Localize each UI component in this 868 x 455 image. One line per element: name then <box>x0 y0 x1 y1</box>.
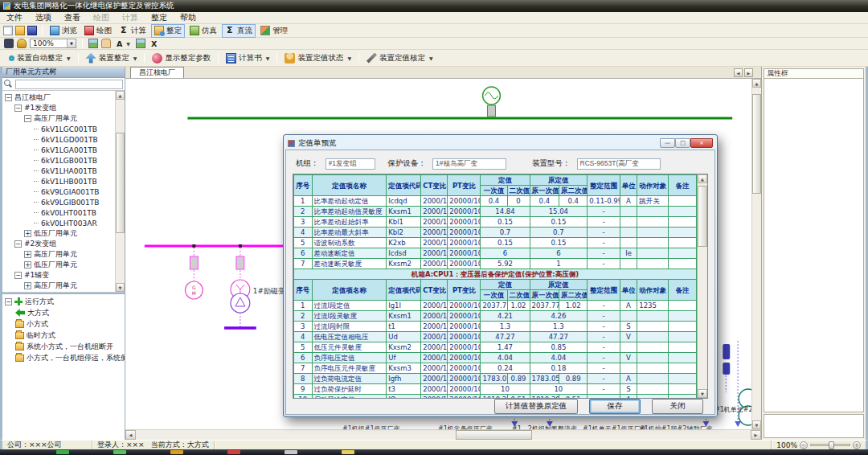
setting-toolbar-button-3[interactable]: 计算书▼ <box>221 52 274 64</box>
run-mode-item-3[interactable]: 系统小方式，一台机组断开 <box>2 341 125 352</box>
scrollbar-thumb[interactable] <box>698 186 707 248</box>
table-row[interactable]: 3比率差动起始斜率Kbl12000/120000/1000.150.15- <box>294 217 697 228</box>
table-row[interactable]: 10启动风冷定值IQ2000/120000/1001019.390.511019… <box>294 395 697 399</box>
pan-hand-icon[interactable] <box>101 39 111 48</box>
run-mode-item-1[interactable]: 小方式 <box>2 318 125 330</box>
tree-node[interactable]: 6kV1LHB001TB <box>2 176 115 187</box>
table-row[interactable]: 5低压元件灵敏度Kxsm22000/120000/1001.470.85- <box>294 342 697 353</box>
taskbar-item[interactable] <box>56 450 69 454</box>
scrollbar-thumb[interactable] <box>752 94 761 194</box>
table-row[interactable]: 6差动速断定值Icdsd2000/120000/10066-Ie <box>294 248 697 259</box>
run-mode-item-2[interactable]: 临时方式 <box>2 330 125 341</box>
menu-item-0[interactable]: 文件 <box>0 12 29 23</box>
image-icon[interactable] <box>136 39 145 48</box>
tree-node[interactable]: −#1发变组 <box>2 103 115 113</box>
table-row[interactable]: 5谐波制动系数K2xb2000/120000/1000.150.15- <box>294 238 697 248</box>
expander-icon[interactable]: + <box>24 230 31 237</box>
tree-node[interactable]: −#1辅变 <box>2 270 115 281</box>
tree-node[interactable]: 6kV0LHT001TB <box>2 207 115 218</box>
tree-node[interactable]: −#2发变组 <box>2 239 115 249</box>
setting-toolbar-button-2[interactable]: 显示整定参数 <box>147 52 215 64</box>
expander-icon[interactable]: − <box>14 240 22 248</box>
run-mode-root[interactable]: −运行方式 <box>2 296 125 307</box>
table-row[interactable]: 3过流I段时限t12000/120000/1001.31.3-S <box>294 322 697 332</box>
table-row[interactable]: 9过负荷保护延时t32000/120000/1001010-S <box>294 384 697 395</box>
zoom-out-icon[interactable]: − <box>800 441 808 449</box>
unit-field[interactable] <box>326 158 375 170</box>
font-button[interactable]: A▼ <box>114 39 133 49</box>
zoom-combo-dropdown-icon[interactable]: ▼ <box>67 39 76 47</box>
table-row[interactable]: 1过流I段定值Ig1I2000/120000/1002037.771.02203… <box>294 301 697 311</box>
table-row[interactable]: 2过流I段灵敏度Kxsm12000/120000/1004.214.26- <box>294 311 697 322</box>
scrollbar-thumb[interactable] <box>116 133 125 233</box>
scroll-right-icon[interactable]: ▶ <box>751 430 761 440</box>
binocular-icon[interactable] <box>4 39 14 48</box>
menu-item-6[interactable]: 帮助 <box>174 12 203 23</box>
protect-device-field[interactable] <box>432 158 506 170</box>
breaker-symbol[interactable] <box>236 256 244 269</box>
canvas-hscroll[interactable]: ◀ ▶ <box>125 429 761 440</box>
tree-node[interactable]: 低压厂用单元 <box>2 291 115 292</box>
toolbar-button-4[interactable]: 仿真 <box>187 25 219 37</box>
tree-node[interactable]: 6kV9LGIA001TB <box>2 187 115 197</box>
scroll-down-icon[interactable]: ▼ <box>116 283 125 292</box>
save-button[interactable]: 保存 <box>589 399 641 414</box>
setting-toolbar-button-0[interactable]: 装置自动整定▼ <box>4 52 76 64</box>
breaker-symbol[interactable] <box>488 105 496 117</box>
table-row[interactable]: 8过负荷电流定值Igfh2000/120000/1001783.050.8917… <box>294 374 697 384</box>
replace-with-calculated-button[interactable]: 计算值替换原定值 <box>494 399 578 414</box>
delete-text-button[interactable]: X <box>149 39 159 49</box>
new-document-icon[interactable] <box>3 26 13 35</box>
picture-icon[interactable] <box>88 39 98 48</box>
maximize-button[interactable]: □ <box>675 138 690 148</box>
open-file-icon[interactable] <box>15 26 25 35</box>
table-row[interactable]: 4比率差动最大斜率Kbl22000/120000/1000.70.7- <box>294 228 697 238</box>
toolbar-button-5[interactable]: 直流 <box>222 24 256 38</box>
tab-station[interactable]: 昌江核电厂 <box>130 67 184 78</box>
transformer-delta-symbol[interactable] <box>231 293 250 313</box>
table-row[interactable]: 4低电压定值相电压Ud2000/120000/10047.2747.27-V <box>294 332 697 342</box>
taskbar-item[interactable] <box>227 450 240 454</box>
dialog-title-bar[interactable]: 定值单预览 — □ × <box>285 137 715 150</box>
expander-icon[interactable]: − <box>5 298 12 305</box>
tree-node[interactable]: +高压厂用单元 <box>2 281 115 291</box>
tree-node[interactable]: +低压厂用单元 <box>2 260 115 270</box>
expander-icon[interactable]: + <box>24 251 31 258</box>
table-scrollbar[interactable]: ▲ ▼ <box>697 174 707 398</box>
tree-node[interactable]: 6kV9LGIB001TB <box>2 197 115 207</box>
setting-toolbar-button-4[interactable]: 装置定值状态▼ <box>280 52 356 64</box>
menu-item-1[interactable]: 选项 <box>29 12 58 23</box>
chevron-down-icon[interactable]: ▼ <box>67 55 71 61</box>
taskbar-item[interactable] <box>342 450 354 454</box>
key-icon[interactable] <box>17 39 27 48</box>
tree-node[interactable]: −高压厂用单元 <box>2 113 115 124</box>
expander-icon[interactable]: + <box>24 282 31 289</box>
menu-item-2[interactable]: 查看 <box>58 12 87 23</box>
taskbar-item[interactable] <box>170 450 183 454</box>
setting-toolbar-button-1[interactable]: 装置整定▼ <box>81 52 142 64</box>
canvas-vscroll[interactable]: ▲ ▼ <box>751 79 761 429</box>
blue-device-symbol[interactable] <box>723 344 730 359</box>
tree-node[interactable]: +低压厂用单元 <box>2 228 115 239</box>
tab-scroll-right-icon[interactable]: ▶ <box>744 68 753 77</box>
taskbar-item[interactable] <box>113 450 126 454</box>
zoom-in-icon[interactable]: + <box>853 441 861 449</box>
zoom-slider-thumb[interactable] <box>829 441 834 449</box>
toolbar-button-6[interactable]: 管理 <box>258 25 290 37</box>
tree-node[interactable]: 6kV1LHA001TB <box>2 166 115 176</box>
close-dialog-button[interactable]: 关闭 <box>652 399 703 414</box>
table-row[interactable]: 7差动速断灵敏度Kxsm22000/120000/1005.921- <box>294 259 697 269</box>
zoom-slider[interactable] <box>810 444 850 446</box>
expander-icon[interactable]: − <box>5 94 12 101</box>
chevron-down-icon[interactable]: ▼ <box>347 55 351 61</box>
close-icon[interactable]: × <box>690 138 713 148</box>
tree-scrollbar[interactable]: ▲ ▼ <box>115 91 125 292</box>
expander-icon[interactable]: + <box>24 261 31 268</box>
table-row[interactable]: 2比率差动起动值灵敏度Kxsm12000/120000/10014.8415.0… <box>294 207 697 217</box>
scroll-down-icon[interactable]: ▼ <box>752 420 761 429</box>
menu-item-4[interactable]: 计算 <box>116 12 145 23</box>
chevron-down-icon[interactable]: ▼ <box>429 55 433 61</box>
chevron-down-icon[interactable]: ▼ <box>133 55 137 61</box>
tree-node[interactable]: 6kV1LGC001TB <box>2 124 115 134</box>
scroll-down-icon[interactable]: ▼ <box>698 389 707 398</box>
